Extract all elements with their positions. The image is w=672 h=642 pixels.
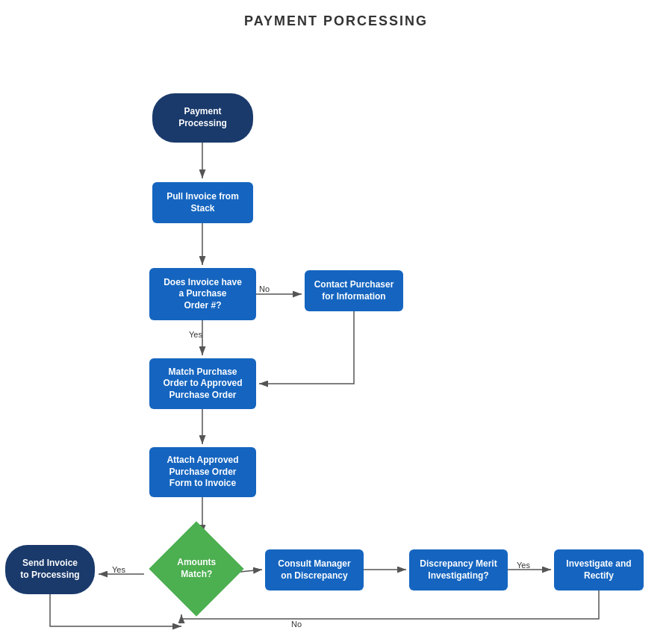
consult-manager-node: Consult Manager on Discrepancy — [265, 549, 364, 590]
attach-approved-node: Attach Approved Purchase Order Form to I… — [149, 447, 256, 497]
yes2-label: Yes — [112, 565, 125, 574]
yes1-label: Yes — [189, 330, 202, 339]
payment-processing-node: Payment Processing — [152, 93, 253, 143]
investigate-rectify-node: Investigate and Rectify — [554, 549, 644, 590]
page-title: PAYMENT PORCESSING — [0, 0, 672, 29]
match-purchase-node: Match Purchase Order to Approved Purchas… — [149, 358, 256, 409]
does-invoice-node: Does Invoice have a Purchase Order #? — [149, 268, 256, 320]
amounts-match-node: AmountsMatch? — [149, 521, 243, 616]
yes3-label: Yes — [517, 561, 530, 570]
no1-label: No — [259, 284, 270, 293]
discrepancy-merit-node: Discrepancy Merit Investigating? — [409, 549, 508, 590]
send-invoice-node: Send Invoice to Processing — [5, 545, 95, 594]
no3-label: No — [291, 620, 302, 629]
contact-purchaser-node: Contact Purchaser for Information — [305, 270, 403, 311]
pull-invoice-node: Pull Invoice from Stack — [152, 182, 253, 223]
diagram-container: No Yes Yes No Yes No Payment Processing … — [0, 29, 672, 641]
